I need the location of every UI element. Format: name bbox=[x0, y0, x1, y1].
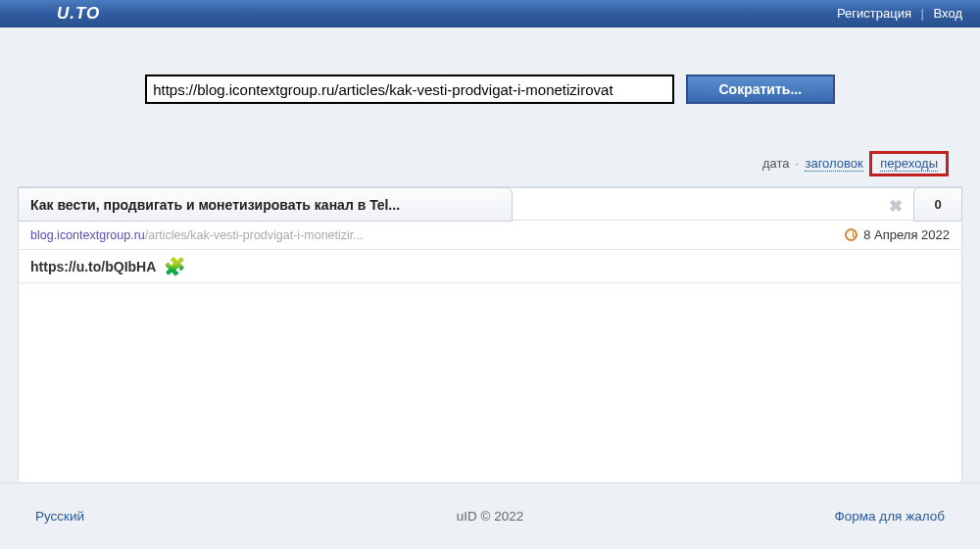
separator: | bbox=[915, 6, 930, 21]
entry-date-area: 8 Апреля 2022 bbox=[845, 227, 950, 242]
dot: · bbox=[793, 156, 802, 171]
copyright: uID © 2022 bbox=[457, 509, 524, 524]
source-domain: blog.icontextgroup.ru bbox=[30, 228, 145, 242]
links-list: Как вести, продвигать и монетизировать к… bbox=[18, 186, 962, 484]
short-url[interactable]: https://u.to/bQIbHA bbox=[30, 259, 156, 274]
entry-source-row: blog.icontextgroup.ru/articles/kak-vesti… bbox=[19, 221, 961, 250]
puzzle-icon[interactable]: 🧩 bbox=[164, 256, 185, 277]
entry-short-row: https://u.to/bQIbHA 🧩 bbox=[19, 250, 961, 283]
sort-bar: дата · заголовок переходы bbox=[18, 143, 962, 186]
auth-links: Регистрация | Вход bbox=[837, 6, 962, 21]
visits-count-box[interactable]: 0 bbox=[913, 187, 962, 222]
sort-visits-highlight: переходы bbox=[869, 151, 949, 176]
sort-visits-link[interactable]: переходы bbox=[880, 156, 938, 172]
source-path: /articles/kak-vesti-prodvigat-i-monetizi… bbox=[145, 228, 364, 242]
complaints-link[interactable]: Форма для жалоб bbox=[835, 509, 945, 524]
language-link[interactable]: Русский bbox=[35, 509, 84, 524]
source-url[interactable]: blog.icontextgroup.ru/articles/kak-vesti… bbox=[30, 228, 364, 242]
footer: Русский uID © 2022 Форма для жалоб bbox=[0, 482, 980, 549]
shorten-area: Сократить... bbox=[0, 27, 980, 143]
logo[interactable]: U.TO bbox=[57, 4, 100, 24]
sort-title-link[interactable]: заголовок bbox=[805, 156, 862, 172]
shorten-button[interactable]: Сократить... bbox=[686, 75, 835, 104]
header: U.TO Регистрация | Вход bbox=[0, 0, 980, 27]
entry-title: Как вести, продвигать и монетизировать к… bbox=[30, 197, 400, 213]
login-link[interactable]: Вход bbox=[934, 6, 962, 21]
entry-date: 8 Апреля 2022 bbox=[863, 227, 950, 242]
register-link[interactable]: Регистрация bbox=[837, 6, 911, 21]
entry-header-row: Как вести, продвигать и монетизировать к… bbox=[19, 187, 961, 221]
visits-count: 0 bbox=[934, 197, 941, 212]
clock-icon bbox=[845, 228, 858, 241]
url-input[interactable] bbox=[145, 75, 674, 104]
close-icon[interactable]: ✖ bbox=[889, 196, 903, 217]
sort-date-label: дата bbox=[762, 156, 790, 171]
entry-title-tab[interactable]: Как вести, продвигать и монетизировать к… bbox=[18, 187, 513, 222]
